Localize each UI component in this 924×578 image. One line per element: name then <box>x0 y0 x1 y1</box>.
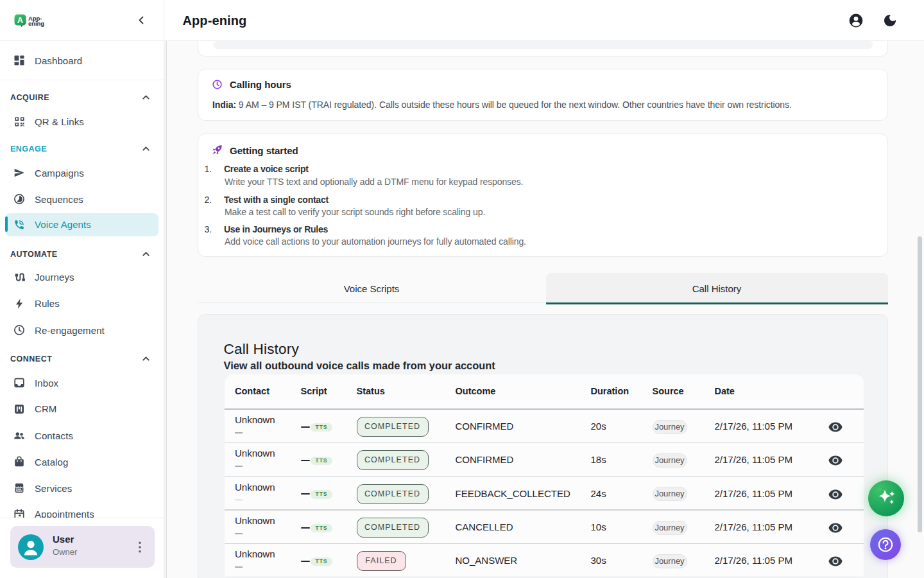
svg-text:A: A <box>17 15 24 25</box>
